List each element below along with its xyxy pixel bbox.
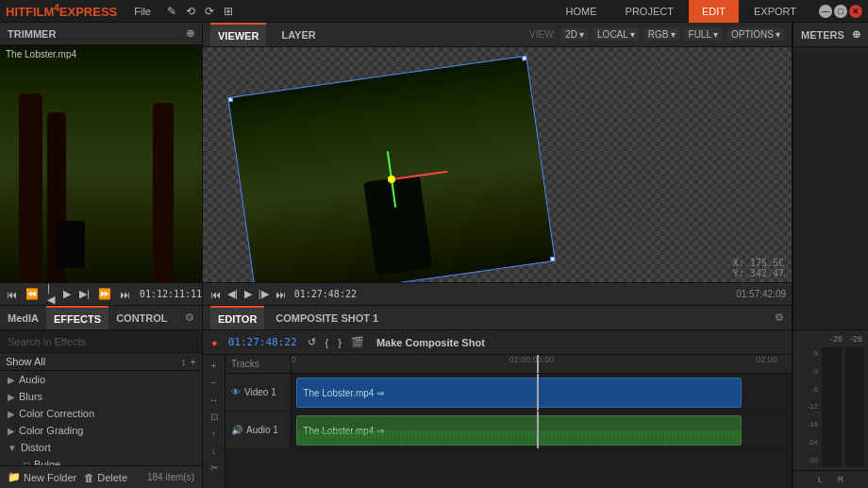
editor-tab[interactable]: EDITOR bbox=[210, 306, 264, 329]
audio-track-row: 🔊 Audio 1 The Lobster.mp4 ⇒ bbox=[225, 412, 792, 449]
nav-home[interactable]: HOME bbox=[553, 0, 610, 23]
viewer-local-arrow: ▾ bbox=[630, 29, 635, 40]
category-blurs[interactable]: ▶ Blurs bbox=[0, 388, 202, 405]
minimize-button[interactable]: — bbox=[819, 5, 832, 18]
tl-zoom-in[interactable]: + bbox=[209, 359, 219, 373]
undo-icon[interactable]: ⟲ bbox=[183, 3, 198, 20]
viewer-2d-btn[interactable]: 2D ▾ bbox=[561, 28, 588, 41]
tl-zoom-out[interactable]: − bbox=[209, 376, 219, 390]
tab-effects[interactable]: EFFECTS bbox=[46, 306, 108, 329]
menu-file[interactable]: File bbox=[126, 0, 159, 22]
et-record-btn[interactable]: ● bbox=[209, 336, 221, 349]
close-button[interactable]: ✕ bbox=[849, 5, 862, 18]
meters-top-space bbox=[793, 47, 868, 330]
et-composite-icon[interactable]: 🎬 bbox=[348, 335, 367, 349]
category-audio-label: Audio bbox=[19, 374, 45, 385]
effects-search-input[interactable] bbox=[0, 330, 202, 353]
viewer-bottom-timecode: 01:57:42:09 bbox=[736, 289, 786, 299]
category-distort[interactable]: ▼ Distort bbox=[0, 439, 202, 456]
video-eye-icon[interactable]: 👁 bbox=[231, 387, 241, 397]
viewer-next-frame-btn[interactable]: |▶ bbox=[257, 287, 271, 301]
composite-tab[interactable]: COMPOSITE SHOT 1 bbox=[268, 306, 386, 329]
viewer-prev-frame-btn[interactable]: ◀| bbox=[225, 287, 240, 301]
video-preview bbox=[228, 57, 554, 282]
video-clip[interactable]: The Lobster.mp4 ⇒ bbox=[296, 378, 742, 408]
et-mark-in-btn[interactable]: { bbox=[323, 336, 332, 349]
audio-speaker-icon[interactable]: 🔊 bbox=[231, 425, 242, 435]
viewer-full-btn[interactable]: FULL ▾ bbox=[685, 28, 722, 41]
effects-sort-icon[interactable]: ↕ bbox=[181, 356, 187, 367]
et-loop-btn[interactable]: ↺ bbox=[305, 335, 319, 349]
layer-tab[interactable]: LAYER bbox=[274, 23, 323, 46]
effect-bulge[interactable]: ◻ Bulge bbox=[0, 456, 202, 465]
nav-project[interactable]: PROJECT bbox=[612, 0, 687, 23]
redo-icon[interactable]: ⟳ bbox=[202, 3, 217, 20]
edit-icon[interactable]: ✎ bbox=[164, 3, 179, 20]
trimmer-expand-icon[interactable]: ⊕ bbox=[186, 27, 194, 40]
viewer-local-btn[interactable]: LOCAL ▾ bbox=[593, 28, 639, 41]
new-folder-button[interactable]: 📁 New Folder bbox=[8, 471, 76, 483]
meter-label-r: -26 bbox=[850, 334, 862, 344]
tl-snap[interactable]: ⊡ bbox=[209, 410, 220, 424]
meter-bar-left bbox=[822, 347, 842, 466]
viewer-content: X: 175.5C Y: 342.47 bbox=[203, 47, 792, 282]
tl-split[interactable]: ✂ bbox=[209, 461, 220, 475]
viewer-tab[interactable]: VIEWER bbox=[210, 23, 266, 46]
editor-options-icon[interactable]: ⚙ bbox=[775, 311, 784, 324]
viewer-start-btn[interactable]: ⏮ bbox=[209, 288, 223, 301]
audio-track-content[interactable]: The Lobster.mp4 ⇒ bbox=[292, 412, 792, 448]
viewer-full-arrow: ▾ bbox=[713, 29, 718, 40]
time-mark-1: 01:00:00:00 bbox=[509, 355, 555, 364]
trim-frame-fwd-btn[interactable]: ▶| bbox=[76, 286, 92, 302]
trim-frame-back-btn[interactable]: |◀ bbox=[44, 280, 58, 308]
new-folder-label: New Folder bbox=[24, 472, 76, 483]
video-track-content[interactable]: The Lobster.mp4 ⇒ bbox=[292, 374, 792, 411]
meters-title: METERS bbox=[801, 29, 844, 41]
trim-play-pause-btn[interactable]: ▶ bbox=[60, 286, 74, 302]
viewer-rgb-btn[interactable]: RGB ▾ bbox=[644, 28, 679, 41]
trim-prev-btn[interactable]: ⏪ bbox=[23, 286, 42, 302]
coord-x: X: 175.5C bbox=[733, 258, 784, 268]
scale-6: 6 bbox=[797, 349, 818, 358]
et-mark-out-btn[interactable]: } bbox=[335, 336, 344, 349]
viewer-play-btn[interactable]: ▶ bbox=[242, 287, 254, 301]
meters-options-icon[interactable]: ⊕ bbox=[852, 28, 860, 41]
category-color-correction[interactable]: ▶ Color Correction bbox=[0, 405, 202, 422]
video-frame[interactable] bbox=[227, 56, 556, 282]
timeline-playhead[interactable] bbox=[537, 355, 539, 373]
effects-options-icon[interactable]: ⚙ bbox=[181, 311, 198, 324]
viewer-coordinates: X: 175.5C Y: 342.47 bbox=[733, 258, 784, 278]
effects-count: 184 item(s) bbox=[147, 472, 194, 482]
transform-handle-br[interactable] bbox=[550, 256, 556, 264]
nav-edit[interactable]: EDIT bbox=[689, 0, 739, 23]
track-header-space: EDITORTracks bbox=[225, 355, 292, 373]
viewer-end-btn[interactable]: ⏭ bbox=[274, 288, 288, 301]
tl-arrow[interactable]: ↑ bbox=[209, 427, 218, 441]
viewer-options-btn[interactable]: OPTIONS ▾ bbox=[727, 28, 784, 41]
trim-play-btn[interactable]: ⏮ bbox=[4, 287, 20, 302]
coord-y: Y: 342.47 bbox=[733, 268, 784, 278]
meter-l-label: L bbox=[818, 475, 823, 484]
meters-content: -26 -26 6 0 -6 -12 -18 -24 -30 bbox=[793, 330, 868, 470]
category-audio[interactable]: ▶ Audio bbox=[0, 371, 202, 388]
category-color-grading[interactable]: ▶ Color Grading bbox=[0, 422, 202, 439]
video-track-label: 👁 Video 1 bbox=[225, 374, 292, 411]
transform-handle-tl[interactable] bbox=[227, 94, 233, 103]
maximize-button[interactable]: □ bbox=[834, 5, 847, 18]
trim-next-btn[interactable]: ⏩ bbox=[95, 286, 114, 302]
tl-fit[interactable]: ↔ bbox=[208, 393, 221, 407]
nav-export[interactable]: EXPORT bbox=[741, 0, 810, 23]
logo-express: EXPRESS bbox=[59, 5, 117, 19]
trim-end-btn[interactable]: ⏭ bbox=[117, 287, 133, 302]
tab-control[interactable]: CONTROL bbox=[108, 306, 175, 329]
effects-add-icon[interactable]: + bbox=[191, 356, 196, 367]
show-all-label: Show All bbox=[6, 356, 45, 367]
audio-playhead bbox=[537, 412, 539, 448]
tab-media[interactable]: MedIA bbox=[0, 306, 46, 329]
grid-icon[interactable]: ⊞ bbox=[221, 3, 236, 20]
tl-arrow-down[interactable]: ↓ bbox=[209, 444, 218, 458]
video-label-text: Video 1 bbox=[244, 387, 276, 397]
audio-clip[interactable]: The Lobster.mp4 ⇒ bbox=[296, 415, 742, 446]
category-color-grading-label: Color Grading bbox=[19, 425, 83, 436]
delete-button[interactable]: 🗑 Delete bbox=[84, 472, 127, 483]
